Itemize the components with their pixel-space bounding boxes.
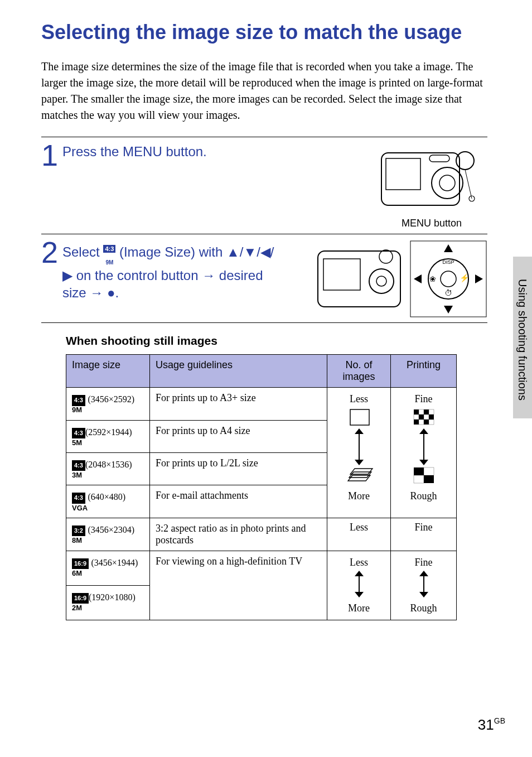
svg-marker-50 — [355, 571, 364, 576]
svg-marker-55 — [419, 592, 428, 597]
stack-arrow-icon — [344, 407, 375, 485]
svg-marker-17 — [444, 306, 453, 314]
col-header-usage: Usage guidelines — [150, 355, 327, 388]
step-1-number: 1 — [41, 143, 62, 229]
svg-marker-16 — [444, 244, 453, 252]
svg-rect-40 — [419, 420, 424, 425]
svg-marker-28 — [348, 475, 370, 481]
svg-marker-25 — [355, 428, 364, 434]
intro-text: The image size determines the size of th… — [41, 59, 487, 123]
svg-marker-52 — [355, 592, 364, 597]
svg-marker-43 — [419, 428, 428, 434]
printing-scale-3: Fine Rough — [391, 551, 457, 620]
svg-rect-49 — [424, 475, 434, 483]
svg-rect-38 — [429, 414, 434, 420]
svg-point-15 — [441, 271, 456, 287]
step-1: 1 Press the MENU button. MENU button — [41, 137, 487, 234]
svg-text:⏱: ⏱ — [444, 289, 452, 297]
printing-scale: Fine Rough — [391, 388, 457, 518]
svg-marker-30 — [350, 469, 373, 474]
svg-rect-9 — [323, 259, 360, 290]
col-header-num-images: No. of images — [327, 355, 391, 388]
svg-rect-48 — [414, 475, 424, 483]
step-2-number: 2 — [41, 240, 62, 266]
step-2: 2 Select 4:3 9M (Image Size) with ▲/▼/◀/… — [41, 234, 487, 322]
svg-rect-35 — [414, 414, 419, 420]
table-row: 16:9 (3456×1944)6M For viewing on a high… — [66, 551, 457, 585]
svg-rect-1 — [386, 158, 420, 190]
svg-marker-29 — [349, 472, 371, 478]
svg-point-4 — [456, 152, 474, 170]
svg-point-11 — [376, 276, 386, 286]
svg-line-6 — [465, 170, 472, 199]
step-2-text: Select 4:3 9M (Image Size) with ▲/▼/◀/▶ … — [62, 240, 280, 301]
page-title: Selecting the image size to match the us… — [41, 20, 487, 44]
image-size-icon: 4:3 9M — [103, 240, 115, 267]
col-header-printing: Printing — [391, 355, 457, 388]
svg-rect-42 — [429, 420, 434, 425]
svg-rect-8 — [318, 251, 400, 307]
svg-rect-36 — [419, 414, 424, 420]
camera-back-icon — [315, 243, 404, 315]
printing-scale-2: Fine — [391, 518, 457, 551]
svg-marker-18 — [414, 274, 422, 283]
svg-rect-13 — [410, 241, 486, 317]
svg-rect-41 — [424, 420, 429, 425]
svg-text:DISP: DISP — [442, 259, 454, 265]
svg-text:❀: ❀ — [429, 275, 436, 283]
double-arrow-icon — [415, 571, 432, 597]
num-images-scale-2: Less — [327, 518, 391, 551]
svg-rect-24 — [350, 409, 369, 425]
table-row: 3:2 (3456×2304)8M 3:2 aspect ratio as in… — [66, 518, 457, 551]
svg-text:⚡: ⚡ — [460, 273, 470, 283]
svg-point-12 — [379, 250, 393, 263]
svg-rect-31 — [414, 409, 419, 414]
num-images-scale-3: Less More — [327, 551, 391, 620]
svg-point-2 — [432, 167, 463, 199]
svg-rect-47 — [424, 467, 434, 475]
svg-marker-19 — [475, 274, 483, 283]
image-size-table: Image size Usage guidelines No. of image… — [66, 354, 457, 620]
svg-rect-33 — [424, 409, 429, 414]
svg-rect-5 — [429, 155, 449, 162]
checker-arrow-icon — [408, 407, 439, 485]
still-images-heading: When shooting still images — [66, 334, 487, 348]
svg-rect-32 — [419, 409, 424, 414]
svg-rect-37 — [424, 414, 429, 420]
svg-marker-53 — [419, 571, 428, 576]
svg-rect-46 — [414, 467, 424, 475]
camera-illustration: MENU button — [376, 143, 487, 229]
svg-rect-39 — [414, 420, 419, 425]
double-arrow-icon — [351, 571, 367, 597]
page-number: 31GB — [478, 716, 505, 734]
dpad-icon: DISP ⚡ ❀ ⏱ — [409, 240, 487, 318]
num-images-scale: Less More — [327, 388, 391, 518]
menu-button-caption: MENU button — [376, 218, 487, 229]
col-header-image-size: Image size — [66, 355, 150, 388]
table-row: 4:3 (3456×2592)9M For prints up to A3+ s… — [66, 388, 457, 420]
side-tab-label: Using shooting functions — [516, 279, 529, 401]
camera-icon — [376, 143, 487, 213]
svg-rect-34 — [429, 409, 434, 414]
svg-marker-27 — [355, 460, 364, 465]
step-1-text: Press the MENU button. — [62, 143, 280, 229]
svg-marker-45 — [419, 460, 428, 465]
svg-point-3 — [439, 175, 455, 191]
svg-point-10 — [369, 269, 394, 293]
